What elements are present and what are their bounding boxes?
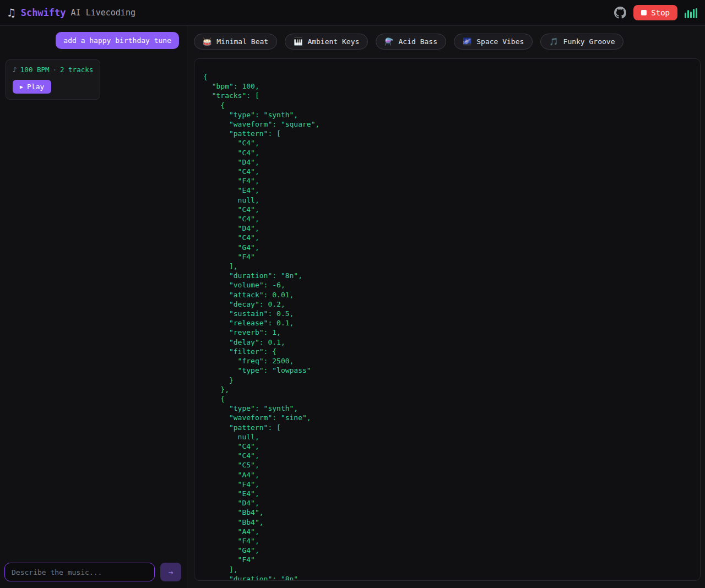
app-header: ♫ Schwifty AI Livecoding Stop (0, 0, 705, 26)
stop-square-icon (641, 10, 647, 15)
meta-separator: · (53, 66, 57, 74)
code-editor-panel[interactable]: { "bpm": 100, "tracks": [ { "type": "syn… (194, 58, 701, 581)
bpm-value: 100 BPM (20, 66, 50, 74)
header-actions: Stop (614, 5, 697, 20)
preset-label: Ambient Keys (307, 37, 359, 46)
preset-space-vibes[interactable]: 🌌 Space Vibes (454, 34, 533, 50)
track-count: 2 tracks (60, 66, 93, 74)
github-icon[interactable] (614, 7, 626, 19)
play-icon: ▶ (20, 84, 23, 90)
audio-visualizer-icon (685, 7, 697, 18)
music-note-icon: ♪ (13, 66, 17, 74)
main-panel: 🥁 Minimal Beat 🎹 Ambient Keys ⚗️ Acid Ba… (187, 26, 705, 588)
preset-minimal-beat[interactable]: 🥁 Minimal Beat (194, 34, 277, 50)
preset-label: Funky Groove (563, 37, 615, 46)
json-code: { "bpm": 100, "tracks": [ { "type": "syn… (203, 72, 691, 581)
preset-label: Acid Bass (399, 37, 437, 46)
play-button[interactable]: ▶ Play (13, 80, 51, 94)
music-prompt-input[interactable] (4, 563, 155, 581)
drum-icon: 🥁 (203, 38, 212, 45)
preset-label: Minimal Beat (216, 37, 268, 46)
keyboard-icon: 🎹 (294, 38, 302, 45)
play-button-label: Play (27, 83, 44, 91)
milky-way-icon: 🌌 (463, 38, 471, 45)
preset-acid-bass[interactable]: ⚗️ Acid Bass (376, 34, 446, 50)
app-subtitle: AI Livecoding (71, 8, 135, 18)
preset-ambient-keys[interactable]: 🎹 Ambient Keys (285, 34, 368, 50)
preset-chip-row: 🥁 Minimal Beat 🎹 Ambient Keys ⚗️ Acid Ba… (187, 26, 705, 55)
send-arrow-icon: → (169, 568, 173, 576)
track-summary-meta: ♪ 100 BPM · 2 tracks (13, 66, 93, 74)
chat-sidebar: add a happy birthday tune ♪ 100 BPM · 2 … (0, 26, 187, 588)
send-button[interactable]: → (160, 563, 181, 581)
chat-message-list: add a happy birthday tune ♪ 100 BPM · 2 … (0, 26, 187, 556)
stop-button-label: Stop (651, 8, 670, 17)
user-message-bubble: add a happy birthday tune (56, 32, 179, 49)
track-summary-card: ♪ 100 BPM · 2 tracks ▶ Play (6, 59, 100, 100)
stop-button[interactable]: Stop (633, 5, 677, 20)
music-note-icon: 🎵 (549, 38, 558, 45)
preset-label: Space Vibes (476, 37, 524, 46)
app-title: Schwifty (21, 7, 66, 18)
composer-bar: → (0, 556, 187, 588)
preset-funky-groove[interactable]: 🎵 Funky Groove (540, 34, 623, 50)
alembic-icon: ⚗️ (384, 38, 393, 45)
music-note-logo-icon: ♫ (8, 6, 15, 19)
